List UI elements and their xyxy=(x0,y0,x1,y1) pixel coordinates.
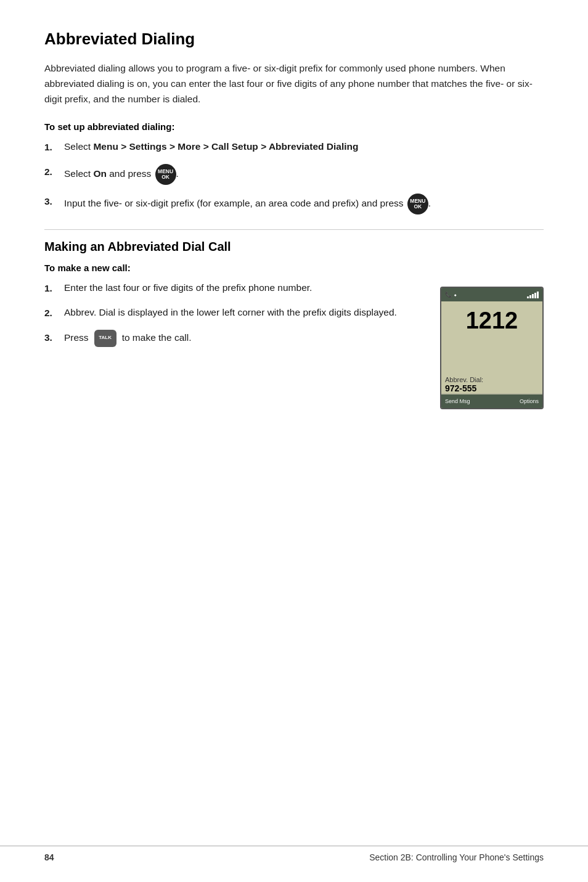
call-steps-list: 1. Enter the last four or five digits of… xyxy=(44,280,425,347)
talk-button: TALK xyxy=(94,330,116,347)
phone-bottom-bar: Send Msg Options xyxy=(441,394,542,408)
call-step-2-content: Abbrev. Dial is displayed in the lower l… xyxy=(64,305,425,321)
step-2-on: On xyxy=(93,168,107,179)
setup-steps-list: 1. Select Menu > Settings > More > Call … xyxy=(44,139,544,214)
call-step-num-3: 3. xyxy=(44,330,64,346)
step-1-bold: Menu > Settings > More > Call Setup > Ab… xyxy=(93,141,358,152)
phone-middle xyxy=(441,337,542,374)
step-num-2: 2. xyxy=(44,164,64,180)
call-step-1-content: Enter the last four or five digits of th… xyxy=(64,280,425,296)
phone-status-bar: 📞 ⬥ xyxy=(441,288,542,301)
phone-abbrev-area: Abbrev. Dial: 972-555 xyxy=(441,374,542,393)
setup-step-1: 1. Select Menu > Settings > More > Call … xyxy=(44,139,544,155)
phone-status-icons: 📞 ⬥ xyxy=(445,292,457,298)
step-2-content: Select On and press MENUOK . xyxy=(64,164,544,185)
step-3-content: Input the five- or six-digit prefix (for… xyxy=(64,194,544,214)
menu-btn-label-2: MENUOK xyxy=(410,198,425,210)
menu-ok-button-2: MENUOK xyxy=(407,194,428,214)
intro-text: Abbreviated dialing allows you to progra… xyxy=(44,61,544,107)
footer-section-label: Section 2B: Controlling Your Phone's Set… xyxy=(369,852,544,862)
menu-btn-label: MENUOK xyxy=(158,169,173,181)
step-num-3: 3. xyxy=(44,194,64,210)
phone-send-msg: Send Msg xyxy=(445,398,470,404)
setup-step-3: 3. Input the five- or six-digit prefix (… xyxy=(44,194,544,214)
phone-abbrev-number: 972-555 xyxy=(445,383,539,393)
call-step-1: 1. Enter the last four or five digits of… xyxy=(44,280,425,296)
phone-number: 1212 xyxy=(441,301,542,337)
page-title: Abbreviated Dialing xyxy=(44,30,544,49)
making-call-title: Making an Abbreviated Dial Call xyxy=(44,229,544,254)
step-1-content: Select Menu > Settings > More > Call Set… xyxy=(64,139,544,155)
call-step-3-content: Press TALK to make the call. xyxy=(64,330,425,347)
footer-page-number: 84 xyxy=(44,852,54,862)
setup-label: To set up abbreviated dialing: xyxy=(44,121,544,132)
call-step-2: 2. Abbrev. Dial is displayed in the lowe… xyxy=(44,305,425,321)
call-step-3: 3. Press TALK to make the call. xyxy=(44,330,425,347)
making-call-section: 1. Enter the last four or five digits of… xyxy=(44,280,544,409)
menu-ok-button: MENUOK xyxy=(155,164,176,185)
phone-abbrev-label: Abbrev. Dial: xyxy=(445,376,539,383)
call-step-num-1: 1. xyxy=(44,280,64,296)
page-footer: 84 Section 2B: Controlling Your Phone's … xyxy=(0,846,588,862)
phone-options: Options xyxy=(520,398,539,404)
phone-icon: 📞 xyxy=(445,292,452,298)
phone-icon2: ⬥ xyxy=(454,292,457,298)
page-content: Abbreviated Dialing Abbreviated dialing … xyxy=(0,0,588,471)
call-step-num-2: 2. xyxy=(44,305,64,321)
phone-screen: 📞 ⬥ 1212 Abbrev. Dial: 972-555 Send Msg … xyxy=(440,287,544,409)
call-steps-left: 1. Enter the last four or five digits of… xyxy=(44,280,425,362)
step-num-1: 1. xyxy=(44,139,64,155)
new-call-label: To make a new call: xyxy=(44,263,544,273)
setup-step-2: 2. Select On and press MENUOK . xyxy=(44,164,544,185)
signal-bars xyxy=(527,291,539,298)
